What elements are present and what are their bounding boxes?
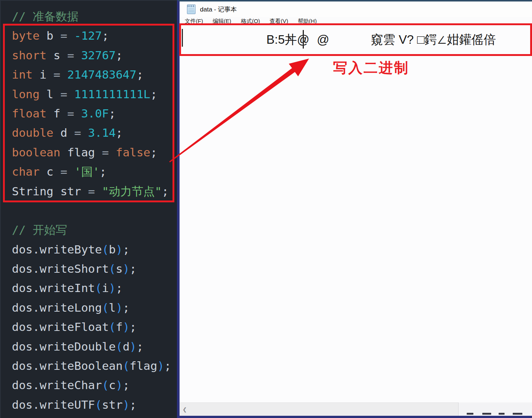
menu-item-view[interactable]: 查看(V): [270, 18, 288, 25]
code-panel: // 准备数据byte b = -127;short s = 32767;int…: [0, 0, 177, 418]
code-token: ;: [116, 281, 123, 295]
code-token: // 准备数据: [12, 10, 79, 23]
menu-item-file[interactable]: 文件(F): [185, 18, 203, 25]
code-token: ;: [129, 262, 137, 275]
code-token: =: [60, 165, 74, 178]
code-token: ;: [137, 68, 144, 81]
code-token: dos.writeBoolean: [12, 359, 123, 372]
code-token: ): [129, 340, 137, 353]
code-token: ;: [99, 165, 106, 178]
code-token: flag: [129, 359, 157, 372]
code-token: c: [109, 378, 116, 392]
code-token: c: [46, 165, 60, 178]
menu-item-help[interactable]: 帮助(H): [298, 18, 317, 25]
code-token: =: [53, 68, 67, 81]
scroll-left-icon[interactable]: ❮: [183, 407, 187, 412]
code-line: [12, 201, 177, 220]
code-token: 3.14: [88, 126, 116, 139]
code-token: dos.writeByte: [12, 243, 102, 256]
code-line: dos.writeLong(l);: [12, 298, 177, 317]
code-line: float f = 3.0F;: [12, 104, 177, 123]
code-token: b: [109, 243, 116, 256]
notepad-titlebar[interactable]: data - 记事本: [180, 1, 532, 17]
code-token: d: [60, 126, 74, 139]
code-token: =: [60, 29, 74, 42]
code-token: (: [95, 398, 102, 411]
code-token: -127: [74, 29, 102, 42]
code-token: ;: [116, 126, 123, 139]
text-cursor: [182, 29, 183, 47]
code-line: long l = 1111111111L;: [12, 84, 177, 104]
code-line: char c = '国';: [12, 162, 177, 181]
code-token: d: [123, 340, 130, 353]
code-line: dos.writeByte(b);: [12, 240, 177, 259]
code-token: ;: [123, 243, 130, 256]
menu-item-edit[interactable]: 编辑(E): [213, 18, 231, 25]
garbled-text: B:5丼@@窺雲 V? □鍔∠姏鑵傜倍: [266, 31, 496, 48]
code-line: // 开始写: [12, 220, 177, 239]
code-token: ;: [162, 185, 169, 198]
code-token: str: [60, 185, 88, 198]
status-clipped-text: [467, 413, 473, 415]
code-token: ): [116, 243, 123, 256]
code-line: // 准备数据: [12, 7, 177, 26]
code-token: ): [123, 262, 130, 275]
code-token: ;: [150, 146, 157, 159]
code-token: ): [123, 398, 130, 411]
code-line: String str = "动力节点";: [12, 182, 177, 201]
code-token: =: [74, 126, 88, 139]
code-token: ;: [109, 107, 116, 120]
code-token: flag: [67, 146, 102, 159]
code-token: (: [95, 281, 102, 295]
h-scrollbar[interactable]: ❮: [180, 402, 458, 416]
code-token: f: [53, 107, 67, 120]
status-clipped-text: [482, 413, 491, 415]
code-token: short: [12, 49, 53, 62]
status-clipped-text: [499, 413, 505, 415]
code-token: '国': [74, 165, 99, 178]
code-token: byte: [12, 29, 46, 42]
notepad-icon: [187, 4, 196, 14]
code-token: ;: [129, 320, 137, 334]
code-token: ): [109, 281, 116, 295]
code-token: boolean: [12, 146, 67, 159]
window-title: data - 记事本: [200, 5, 237, 14]
code-token: b: [46, 29, 60, 42]
code-token: ;: [123, 378, 130, 392]
garbled-segment: B:5丼: [266, 31, 297, 48]
code-token: =: [102, 146, 116, 159]
code-line: byte b = -127;: [12, 26, 177, 45]
statusbar-clipped: [458, 402, 532, 416]
notepad-window: data - 记事本 文件(F) 编辑(E) 格式(O) 查看(V) 帮助(H)…: [177, 0, 532, 418]
code-token: ;: [102, 29, 109, 42]
code-token: =: [67, 49, 81, 62]
code-token: 3.0F: [81, 107, 109, 120]
code-token: ;: [150, 87, 157, 101]
code-token: (: [109, 320, 116, 334]
text-area[interactable]: B:5丼@@窺雲 V? □鍔∠姏鑵傜倍: [180, 25, 532, 402]
code-line: dos.writeBoolean(flag);: [12, 356, 177, 375]
code-line: dos.writeShort(s);: [12, 259, 177, 278]
code-token: "动力节点": [102, 185, 162, 198]
code-token: (: [102, 301, 109, 314]
code-token: ): [116, 378, 123, 392]
code-line: dos.writeInt(i);: [12, 278, 177, 298]
menubar: 文件(F) 编辑(E) 格式(O) 查看(V) 帮助(H): [180, 17, 532, 25]
code-token: int: [12, 68, 40, 81]
code-token: ;: [123, 301, 130, 314]
code-line: dos.writeFloat(f);: [12, 317, 177, 336]
code-token: (: [116, 340, 123, 353]
code-token: 32767: [81, 49, 116, 62]
code-token: float: [12, 107, 53, 120]
code-line: short s = 32767;: [12, 46, 177, 65]
code-line: int i = 2147483647;: [12, 65, 177, 84]
code-line: double d = 3.14;: [12, 123, 177, 142]
code-editor[interactable]: // 准备数据byte b = -127;short s = 32767;int…: [1, 7, 177, 414]
menu-item-format[interactable]: 格式(O): [241, 18, 260, 25]
code-token: =: [88, 185, 102, 198]
code-token: char: [12, 165, 46, 178]
code-token: (: [123, 359, 130, 372]
code-token: =: [67, 107, 81, 120]
code-token: dos.writeShort: [12, 262, 109, 275]
code-token: ): [157, 359, 164, 372]
